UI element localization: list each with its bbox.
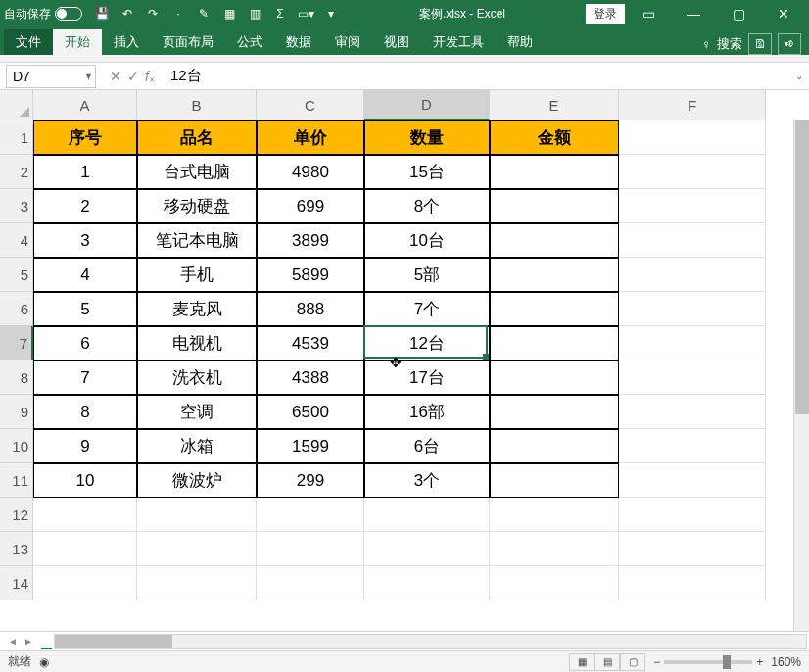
cell[interactable] [619,223,766,258]
cell[interactable]: 12台 [364,326,490,360]
cell[interactable] [619,566,766,600]
scrollbar-thumb[interactable] [795,120,809,414]
slider-track[interactable] [664,660,752,664]
tab-help[interactable]: 帮助 [496,29,545,55]
cell[interactable]: 品名 [137,120,257,155]
zoom-slider[interactable]: − + [653,655,763,669]
cell[interactable]: 麦克风 [137,292,257,326]
cell[interactable] [364,532,490,566]
cell[interactable]: 7 [33,360,137,395]
expand-fbar-icon[interactable]: ⌄ [789,71,809,81]
col-header-D[interactable]: D [364,90,490,120]
cell[interactable]: 冰箱 [137,429,257,463]
cell[interactable]: 888 [257,292,364,326]
view-break-icon[interactable]: ▢ [620,653,645,671]
cell[interactable]: 2 [33,189,137,223]
fx-icon[interactable]: fₓ [145,69,155,84]
tab-formulas[interactable]: 公式 [225,29,274,55]
cell[interactable] [490,498,619,532]
cell[interactable]: 台式电脑 [137,155,257,189]
tab-layout[interactable]: 页面布局 [151,29,225,55]
row-header[interactable]: 6 [0,292,33,326]
cell[interactable]: 笔记本电脑 [137,223,257,258]
enter-icon[interactable]: ✓ [127,69,139,84]
view-layout-icon[interactable]: ▤ [595,653,620,671]
zoom-level[interactable]: 160% [771,655,801,669]
cell[interactable]: 5899 [257,258,364,292]
cell[interactable]: 3899 [257,223,364,258]
macro-record-icon[interactable]: ◉ [39,655,49,669]
col-header-B[interactable]: B [137,90,257,120]
maximize-icon[interactable]: ▢ [717,0,760,27]
row-header[interactable]: 5 [0,258,33,292]
cell[interactable] [619,326,766,360]
cell[interactable] [490,189,619,223]
cell[interactable] [490,463,619,498]
cell[interactable]: 6500 [257,395,364,429]
toggle-icon[interactable] [55,7,82,21]
select-all-button[interactable] [0,90,33,120]
cell[interactable]: 微波炉 [137,463,257,498]
cell[interactable] [257,566,364,600]
row-header[interactable]: 13 [0,532,33,566]
cell[interactable]: 299 [257,463,364,498]
cell[interactable]: 4 [33,258,137,292]
sheet-nav-next-icon[interactable]: ► [24,636,33,647]
cell[interactable] [364,566,490,600]
row-header[interactable]: 11 [0,463,33,498]
cell[interactable] [490,532,619,566]
redo-icon[interactable]: ↷ [145,6,161,22]
ribbon-collapsed[interactable] [0,55,809,63]
tab-file[interactable]: 文件 [4,29,53,55]
cell[interactable] [619,532,766,566]
cell[interactable] [619,258,766,292]
name-box[interactable]: D7 ▼ [6,65,96,88]
col-header-F[interactable]: F [619,90,766,120]
row-header[interactable]: 10 [0,429,33,463]
cell[interactable] [490,258,619,292]
cell[interactable] [619,463,766,498]
cell[interactable] [33,566,137,600]
view-normal-icon[interactable]: ▦ [569,653,595,671]
cell[interactable]: 6 [33,326,137,360]
cell[interactable]: 序号 [33,120,137,155]
cell[interactable]: 1599 [257,429,364,463]
row-header[interactable]: 1 [0,120,33,155]
paste-icon[interactable]: ▭▾ [298,6,313,22]
cell[interactable] [137,566,257,600]
cell[interactable]: 10 [33,463,137,498]
cell[interactable] [490,292,619,326]
cell[interactable] [257,498,364,532]
vertical-scrollbar[interactable] [793,120,809,631]
cell[interactable] [619,360,766,395]
tab-data[interactable]: 数据 [274,29,323,55]
cell[interactable] [619,429,766,463]
cell[interactable]: 单价 [257,120,364,155]
row-header[interactable]: 14 [0,566,33,600]
cell[interactable]: 3个 [364,463,490,498]
cell[interactable] [619,189,766,223]
cell[interactable]: 洗衣机 [137,360,257,395]
cell[interactable] [490,566,619,600]
more-icon[interactable]: ▾ [323,6,339,22]
close-icon[interactable]: ✕ [762,0,805,27]
cell[interactable]: 电视机 [137,326,257,360]
cell[interactable] [490,360,619,395]
cell[interactable] [257,532,364,566]
sum-icon[interactable]: Σ [272,6,288,22]
cell[interactable]: 4539 [257,326,364,360]
cell[interactable]: 4980 [257,155,364,189]
chevron-down-icon[interactable]: ▼ [84,72,93,81]
cell[interactable] [490,395,619,429]
cell[interactable]: 15台 [364,155,490,189]
tab-home[interactable]: 开始 [53,29,102,55]
autosave-toggle[interactable]: 自动保存 [4,6,82,23]
cell[interactable]: 5部 [364,258,490,292]
tab-insert[interactable]: 插入 [102,29,151,55]
cell[interactable] [619,498,766,532]
row-header[interactable]: 12 [0,498,33,532]
row-header[interactable]: 3 [0,189,33,223]
undo-icon[interactable]: ↶ [119,6,135,22]
cell[interactable]: 手机 [137,258,257,292]
cell[interactable]: 3 [33,223,137,258]
